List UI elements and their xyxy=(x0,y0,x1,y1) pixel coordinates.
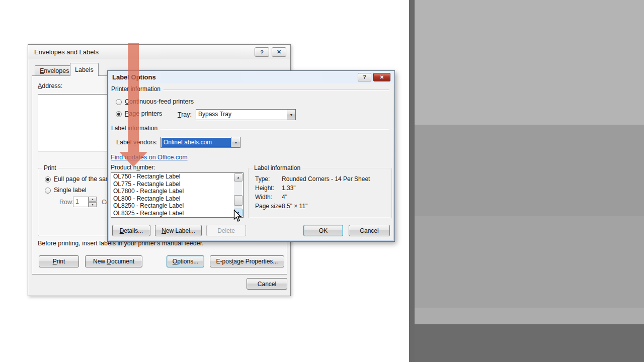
label-information-group-header: Label information xyxy=(111,125,389,132)
radio-single-label[interactable] xyxy=(45,188,51,194)
tab-envelopes[interactable]: Envelopes xyxy=(35,65,74,76)
info-value: 1.33" xyxy=(282,185,296,192)
list-item[interactable]: OL775 - Rectangle Label xyxy=(111,180,243,188)
cursor-arrow-icon xyxy=(233,210,243,223)
label-information-panel: Label information Type: Rounded Corners … xyxy=(248,168,392,218)
help-button[interactable]: ? xyxy=(358,73,371,81)
options-button-label: Options... xyxy=(173,258,198,265)
dialog-title: Envelopes and Labels xyxy=(34,48,99,56)
scroll-up-icon: ▲ xyxy=(237,176,240,179)
label-information-panel-title: Label information xyxy=(253,164,302,171)
details-button[interactable]: Details... xyxy=(112,225,150,236)
epostage-properties-button-label: E-postage Properties... xyxy=(216,258,278,265)
radio-full-page[interactable] xyxy=(45,176,51,183)
list-item[interactable]: OL7800 - Rectangle Label xyxy=(111,188,243,195)
label-vendors-combobox[interactable]: OnlineLabels.com ▼ xyxy=(160,137,240,148)
row-spinner: ▲ ▼ xyxy=(89,197,97,207)
close-button[interactable]: ✕ xyxy=(272,47,286,57)
spinner-down-icon: ▼ xyxy=(92,203,94,206)
gray-panel-band xyxy=(415,308,644,324)
ok-button[interactable]: OK xyxy=(303,225,343,236)
group-divider xyxy=(164,89,389,90)
info-row-width: Width: 4" xyxy=(255,194,388,201)
radio-single-label-label[interactable]: Single label xyxy=(54,187,87,194)
gray-panel-band xyxy=(415,324,644,362)
cancel-button-label: Cancel xyxy=(360,227,378,234)
help-button[interactable]: ? xyxy=(255,47,269,57)
radio-page-printers[interactable] xyxy=(116,111,122,117)
new-document-button[interactable]: New Document xyxy=(85,255,142,267)
down-arrow-overlay-head xyxy=(119,152,147,167)
cancel-button-label: Cancel xyxy=(258,281,276,288)
info-label: Width: xyxy=(255,194,272,201)
details-button-label: Details... xyxy=(120,227,143,234)
new-document-button-label: New Document xyxy=(93,258,134,265)
list-item[interactable]: OL750 - Rectangle Label xyxy=(111,173,243,180)
close-icon: ✕ xyxy=(277,49,281,55)
chevron-down-icon: ▼ xyxy=(290,113,293,117)
info-value: Rounded Corners - 14 Per Sheet xyxy=(282,175,370,183)
info-row-page-size: Page size: 8.5" × 11" xyxy=(255,203,388,210)
info-value: 8.5" × 11" xyxy=(282,203,307,210)
new-label-button[interactable]: New Label... xyxy=(155,225,202,236)
delete-button-label: Delete xyxy=(217,227,235,234)
print-button[interactable]: Print xyxy=(39,255,79,267)
titlebar-label-options[interactable]: Label Options xyxy=(108,71,394,83)
row-spinner-value[interactable]: 1 xyxy=(73,197,89,207)
delete-button[interactable]: Delete xyxy=(206,225,246,236)
options-button[interactable]: Options... xyxy=(167,255,204,267)
chevron-down-icon: ▼ xyxy=(234,141,238,144)
combo-arrow-button[interactable]: ▼ xyxy=(287,110,295,120)
tab-envelopes-label: Envelopes xyxy=(40,67,69,74)
gray-panel-edge xyxy=(409,0,415,362)
gray-panel-band xyxy=(415,216,644,308)
spinner-down-button[interactable]: ▼ xyxy=(89,202,97,207)
list-item[interactable]: OL800 - Rectangle Label xyxy=(111,195,243,203)
scroll-thumb[interactable] xyxy=(234,195,243,206)
ok-button-label: OK xyxy=(319,227,328,234)
info-value: 4" xyxy=(282,194,287,201)
gray-panel-band xyxy=(415,125,644,216)
printer-information-group-header: Printer information xyxy=(111,85,389,93)
row-label: Row: xyxy=(59,199,73,206)
info-row-type: Type: Rounded Corners - 14 Per Sheet xyxy=(255,175,388,183)
group-divider xyxy=(160,129,389,130)
address-label: Address: xyxy=(38,82,62,89)
print-group-label: Print xyxy=(42,164,58,171)
help-icon: ? xyxy=(260,49,264,55)
print-button-label: Print xyxy=(53,258,65,265)
scroll-up-button[interactable]: ▲ xyxy=(234,173,243,182)
down-arrow-overlay-shaft xyxy=(128,43,139,152)
spinner-up-button[interactable]: ▲ xyxy=(89,197,97,202)
label-vendors-value: OnlineLabels.com xyxy=(162,138,231,147)
gray-panel-band xyxy=(415,0,644,125)
epostage-properties-button[interactable]: E-postage Properties... xyxy=(210,255,284,267)
product-number-listbox[interactable]: OL750 - Rectangle Label OL775 - Rectangl… xyxy=(111,172,244,218)
info-label: Height: xyxy=(255,185,274,192)
info-label: Type: xyxy=(255,175,270,183)
list-item[interactable]: OL8325 - Rectangle Label xyxy=(111,210,243,217)
combo-arrow-button[interactable]: ▼ xyxy=(231,137,240,147)
label-options-body: Printer information Continuous-feed prin… xyxy=(109,83,393,240)
tray-value: Bypass Tray xyxy=(196,110,287,120)
list-item[interactable]: OL8250 - Rectangle Label xyxy=(111,202,243,210)
cancel-button[interactable]: Cancel xyxy=(349,225,390,236)
gray-panel xyxy=(415,0,644,362)
tray-combobox[interactable]: Bypass Tray ▼ xyxy=(196,109,296,120)
tray-label: Tray: xyxy=(178,111,192,118)
cancel-button[interactable]: Cancel xyxy=(247,278,287,290)
info-label: Page size: xyxy=(255,203,283,210)
mouse-cursor xyxy=(233,210,243,225)
tab-labels-label: Labels xyxy=(75,66,94,73)
dialog-label-options: Label Options ? ✕ Printer information Co… xyxy=(107,70,395,242)
radio-continuous-feed[interactable] xyxy=(116,99,122,105)
spinner-up-icon: ▲ xyxy=(92,198,94,201)
new-label-button-label: New Label... xyxy=(162,227,195,234)
help-icon: ? xyxy=(363,74,366,80)
screen: Envelopes and Labels ? ✕ Envelopes Label… xyxy=(0,0,644,362)
close-button[interactable]: ✕ xyxy=(373,73,390,81)
tab-labels[interactable]: Labels xyxy=(70,63,99,76)
info-row-height: Height: 1.33" xyxy=(255,185,388,192)
titlebar-envelopes-and-labels[interactable]: Envelopes and Labels xyxy=(28,45,290,59)
close-icon: ✕ xyxy=(380,74,384,80)
